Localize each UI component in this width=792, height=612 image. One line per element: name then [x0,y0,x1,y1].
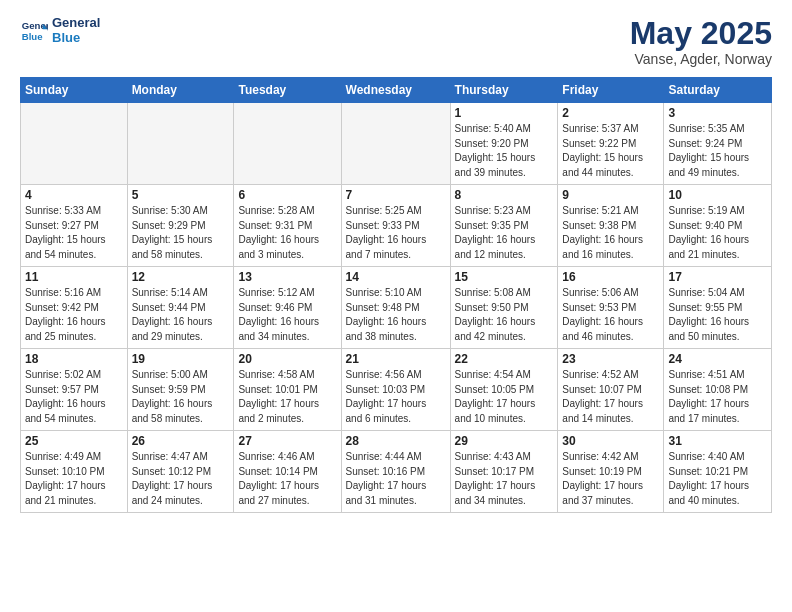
day-number: 2 [562,106,659,120]
day-info: Sunrise: 5:25 AM Sunset: 9:33 PM Dayligh… [346,204,446,262]
logo: General Blue General Blue [20,16,100,46]
day-info: Sunrise: 5:37 AM Sunset: 9:22 PM Dayligh… [562,122,659,180]
day-info: Sunrise: 4:40 AM Sunset: 10:21 PM Daylig… [668,450,767,508]
table-row: 10Sunrise: 5:19 AM Sunset: 9:40 PM Dayli… [664,185,772,267]
day-info: Sunrise: 4:56 AM Sunset: 10:03 PM Daylig… [346,368,446,426]
calendar-table: Sunday Monday Tuesday Wednesday Thursday… [20,77,772,513]
day-number: 31 [668,434,767,448]
calendar-week-row: 4Sunrise: 5:33 AM Sunset: 9:27 PM Daylig… [21,185,772,267]
day-number: 29 [455,434,554,448]
calendar-week-row: 25Sunrise: 4:49 AM Sunset: 10:10 PM Dayl… [21,431,772,513]
day-info: Sunrise: 4:46 AM Sunset: 10:14 PM Daylig… [238,450,336,508]
table-row: 4Sunrise: 5:33 AM Sunset: 9:27 PM Daylig… [21,185,128,267]
table-row: 21Sunrise: 4:56 AM Sunset: 10:03 PM Dayl… [341,349,450,431]
table-row: 11Sunrise: 5:16 AM Sunset: 9:42 PM Dayli… [21,267,128,349]
subtitle: Vanse, Agder, Norway [630,51,772,67]
table-row: 13Sunrise: 5:12 AM Sunset: 9:46 PM Dayli… [234,267,341,349]
day-number: 13 [238,270,336,284]
day-info: Sunrise: 5:00 AM Sunset: 9:59 PM Dayligh… [132,368,230,426]
table-row: 1Sunrise: 5:40 AM Sunset: 9:20 PM Daylig… [450,103,558,185]
day-info: Sunrise: 5:30 AM Sunset: 9:29 PM Dayligh… [132,204,230,262]
col-friday: Friday [558,78,664,103]
col-thursday: Thursday [450,78,558,103]
table-row [127,103,234,185]
day-info: Sunrise: 5:06 AM Sunset: 9:53 PM Dayligh… [562,286,659,344]
table-row: 9Sunrise: 5:21 AM Sunset: 9:38 PM Daylig… [558,185,664,267]
day-info: Sunrise: 5:19 AM Sunset: 9:40 PM Dayligh… [668,204,767,262]
table-row: 30Sunrise: 4:42 AM Sunset: 10:19 PM Dayl… [558,431,664,513]
day-info: Sunrise: 4:44 AM Sunset: 10:16 PM Daylig… [346,450,446,508]
table-row: 26Sunrise: 4:47 AM Sunset: 10:12 PM Dayl… [127,431,234,513]
logo-general: General [52,16,100,31]
day-number: 12 [132,270,230,284]
svg-text:Blue: Blue [22,31,43,42]
day-number: 4 [25,188,123,202]
table-row: 16Sunrise: 5:06 AM Sunset: 9:53 PM Dayli… [558,267,664,349]
day-number: 20 [238,352,336,366]
day-number: 26 [132,434,230,448]
day-info: Sunrise: 4:54 AM Sunset: 10:05 PM Daylig… [455,368,554,426]
table-row: 25Sunrise: 4:49 AM Sunset: 10:10 PM Dayl… [21,431,128,513]
title-block: May 2025 Vanse, Agder, Norway [630,16,772,67]
table-row: 24Sunrise: 4:51 AM Sunset: 10:08 PM Dayl… [664,349,772,431]
table-row: 15Sunrise: 5:08 AM Sunset: 9:50 PM Dayli… [450,267,558,349]
day-number: 7 [346,188,446,202]
day-number: 24 [668,352,767,366]
day-info: Sunrise: 5:10 AM Sunset: 9:48 PM Dayligh… [346,286,446,344]
table-row [21,103,128,185]
table-row: 8Sunrise: 5:23 AM Sunset: 9:35 PM Daylig… [450,185,558,267]
table-row: 20Sunrise: 4:58 AM Sunset: 10:01 PM Dayl… [234,349,341,431]
day-info: Sunrise: 5:16 AM Sunset: 9:42 PM Dayligh… [25,286,123,344]
day-info: Sunrise: 5:35 AM Sunset: 9:24 PM Dayligh… [668,122,767,180]
day-info: Sunrise: 5:14 AM Sunset: 9:44 PM Dayligh… [132,286,230,344]
day-number: 8 [455,188,554,202]
table-row: 2Sunrise: 5:37 AM Sunset: 9:22 PM Daylig… [558,103,664,185]
day-number: 22 [455,352,554,366]
table-row: 28Sunrise: 4:44 AM Sunset: 10:16 PM Dayl… [341,431,450,513]
table-row [341,103,450,185]
day-info: Sunrise: 5:28 AM Sunset: 9:31 PM Dayligh… [238,204,336,262]
logo-blue: Blue [52,31,100,46]
table-row: 31Sunrise: 4:40 AM Sunset: 10:21 PM Dayl… [664,431,772,513]
table-row: 12Sunrise: 5:14 AM Sunset: 9:44 PM Dayli… [127,267,234,349]
day-info: Sunrise: 4:51 AM Sunset: 10:08 PM Daylig… [668,368,767,426]
day-number: 3 [668,106,767,120]
table-row [234,103,341,185]
logo-icon: General Blue [20,17,48,45]
header: General Blue General Blue May 2025 Vanse… [20,16,772,67]
table-row: 5Sunrise: 5:30 AM Sunset: 9:29 PM Daylig… [127,185,234,267]
calendar-week-row: 18Sunrise: 5:02 AM Sunset: 9:57 PM Dayli… [21,349,772,431]
col-saturday: Saturday [664,78,772,103]
calendar-week-row: 11Sunrise: 5:16 AM Sunset: 9:42 PM Dayli… [21,267,772,349]
col-sunday: Sunday [21,78,128,103]
day-info: Sunrise: 4:43 AM Sunset: 10:17 PM Daylig… [455,450,554,508]
calendar-header-row: Sunday Monday Tuesday Wednesday Thursday… [21,78,772,103]
day-info: Sunrise: 5:21 AM Sunset: 9:38 PM Dayligh… [562,204,659,262]
day-number: 1 [455,106,554,120]
col-tuesday: Tuesday [234,78,341,103]
day-info: Sunrise: 5:33 AM Sunset: 9:27 PM Dayligh… [25,204,123,262]
day-info: Sunrise: 4:47 AM Sunset: 10:12 PM Daylig… [132,450,230,508]
table-row: 19Sunrise: 5:00 AM Sunset: 9:59 PM Dayli… [127,349,234,431]
table-row: 27Sunrise: 4:46 AM Sunset: 10:14 PM Dayl… [234,431,341,513]
day-number: 11 [25,270,123,284]
table-row: 6Sunrise: 5:28 AM Sunset: 9:31 PM Daylig… [234,185,341,267]
day-info: Sunrise: 5:12 AM Sunset: 9:46 PM Dayligh… [238,286,336,344]
day-number: 9 [562,188,659,202]
day-info: Sunrise: 5:40 AM Sunset: 9:20 PM Dayligh… [455,122,554,180]
day-number: 28 [346,434,446,448]
table-row: 29Sunrise: 4:43 AM Sunset: 10:17 PM Dayl… [450,431,558,513]
table-row: 14Sunrise: 5:10 AM Sunset: 9:48 PM Dayli… [341,267,450,349]
table-row: 23Sunrise: 4:52 AM Sunset: 10:07 PM Dayl… [558,349,664,431]
day-number: 5 [132,188,230,202]
day-info: Sunrise: 5:23 AM Sunset: 9:35 PM Dayligh… [455,204,554,262]
table-row: 17Sunrise: 5:04 AM Sunset: 9:55 PM Dayli… [664,267,772,349]
day-number: 23 [562,352,659,366]
day-number: 18 [25,352,123,366]
page: General Blue General Blue May 2025 Vanse… [0,0,792,612]
col-monday: Monday [127,78,234,103]
day-number: 27 [238,434,336,448]
day-number: 6 [238,188,336,202]
day-number: 17 [668,270,767,284]
day-number: 16 [562,270,659,284]
